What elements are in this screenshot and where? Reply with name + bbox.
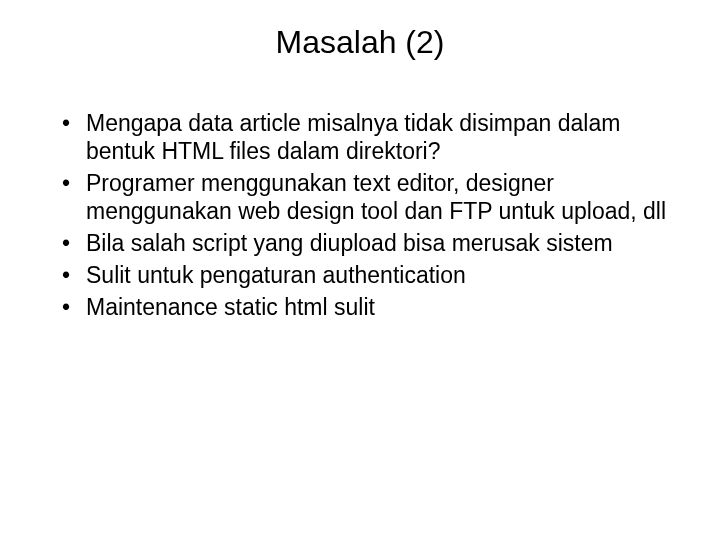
slide-title: Masalah (2) (40, 24, 680, 61)
bullet-list: Mengapa data article misalnya tidak disi… (40, 109, 680, 321)
list-item: Maintenance static html sulit (62, 293, 680, 321)
list-item: Bila salah script yang diupload bisa mer… (62, 229, 680, 257)
list-item: Programer menggunakan text editor, desig… (62, 169, 680, 225)
slide: Masalah (2) Mengapa data article misalny… (0, 0, 720, 540)
list-item: Sulit untuk pengaturan authentication (62, 261, 680, 289)
list-item: Mengapa data article misalnya tidak disi… (62, 109, 680, 165)
